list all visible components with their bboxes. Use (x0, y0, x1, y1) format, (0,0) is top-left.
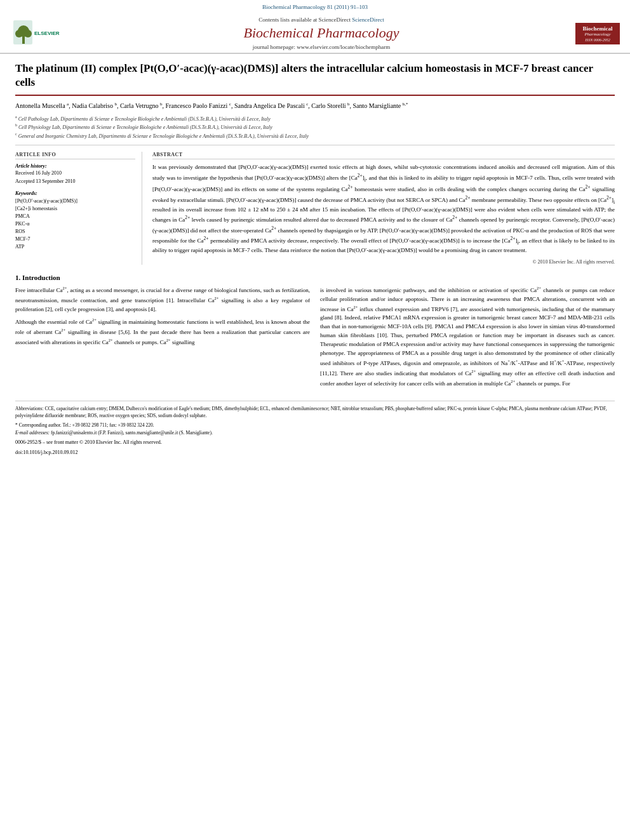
abbreviations: Abbreviations: CCE, capacitative calcium… (15, 405, 615, 420)
authors-line: Antonella Muscella a, Nadia Calabriso b,… (15, 101, 615, 111)
svg-text:ELSEVIER: ELSEVIER (34, 30, 60, 36)
info-abstract-section: Article Info Article history: Received 1… (15, 152, 615, 264)
header-center: Contents lists available at ScienceDirec… (67, 17, 575, 50)
affiliations: a Cell Pathology Lab, Dipartimento di Sc… (15, 114, 615, 146)
journal-badge: Biochemical Pharmacology ISSN 0006-2952 (575, 23, 620, 44)
intro-text-right: is involved in various tumorigenic pathw… (320, 285, 615, 389)
corresponding-note: * Corresponding author. Tel.: +39 0832 2… (15, 422, 615, 429)
keyword-2: [Ca2+]i homeostasis (15, 205, 135, 213)
keyword-5: ROS (15, 228, 135, 236)
elsevier-logo: ELSEVIER (10, 17, 61, 50)
journal-header: ELSEVIER Contents lists available at Sci… (0, 14, 630, 54)
svg-rect-1 (22, 36, 25, 44)
email-line: E-mail addresses: fp.fanizzi@unisalento.… (15, 429, 615, 436)
abstract-col: Abstract It was previously demonstrated … (152, 152, 615, 264)
issn-line: 0006-2952/$ – see front matter © 2010 El… (15, 439, 615, 446)
intro-text-left: Free intracellular Ca2+, acting as a sec… (15, 285, 310, 348)
keyword-7: ATP (15, 243, 135, 251)
footer-notes: Abbreviations: CCE, capacitative calcium… (15, 401, 615, 457)
journal-title: Biochemical Pharmacology (67, 25, 575, 41)
keyword-3: PMCA (15, 213, 135, 220)
contents-line: Contents lists available at ScienceDirec… (67, 17, 575, 23)
intro-left-col: 1. Introduction Free intracellular Ca2+,… (15, 274, 310, 392)
page-wrapper: Biochemical Pharmacology 81 (2011) 91–10… (0, 0, 630, 467)
received-date: Received 16 July 2010 (15, 170, 135, 176)
keywords-label: Keywords: (15, 190, 135, 196)
keywords-section: Keywords: [Pt(O,O′-acac)(γ-acac)(DMS)] [… (15, 190, 135, 251)
history-label: Article history: (15, 163, 135, 169)
keyword-1: [Pt(O,O′-acac)(γ-acac)(DMS)] (15, 197, 135, 205)
keyword-6: MCF-7 (15, 236, 135, 243)
intro-right-col: is involved in various tumorigenic pathw… (320, 274, 615, 392)
doi-line: doi:10.1016/j.bcp.2010.09.012 (15, 449, 615, 457)
introduction-section: 1. Introduction Free intracellular Ca2+,… (15, 274, 615, 392)
abstract-text: It was previously demonstrated that [Pt(… (152, 163, 615, 255)
copyright-line: © 2010 Elsevier Inc. All rights reserved… (152, 259, 615, 265)
article-info-col: Article Info Article history: Received 1… (15, 152, 142, 264)
keyword-4: PKC-α (15, 220, 135, 228)
svg-point-4 (24, 30, 32, 37)
main-content: The platinum (II) complex [Pt(O,O′-acac)… (0, 54, 630, 467)
article-title: The platinum (II) complex [Pt(O,O′-acac)… (15, 62, 615, 96)
journal-ref: Biochemical Pharmacology 81 (2011) 91–10… (13, 4, 617, 10)
accepted-date: Accepted 13 September 2010 (15, 178, 135, 184)
intro-heading: 1. Introduction (15, 274, 310, 281)
abstract-heading: Abstract (152, 152, 615, 159)
article-info-heading: Article Info (15, 152, 135, 159)
svg-point-3 (15, 30, 23, 37)
journal-url: journal homepage: www.elsevier.com/locat… (67, 44, 575, 50)
